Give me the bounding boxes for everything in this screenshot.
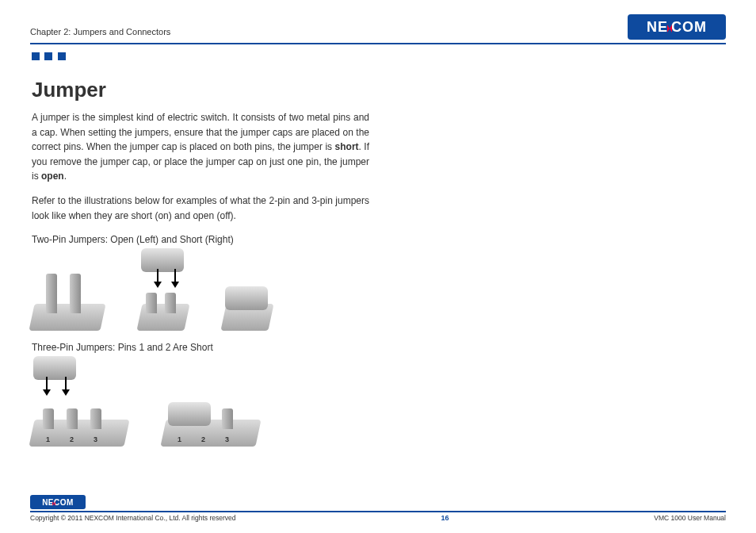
two-pin-illustration-row [32, 251, 369, 331]
jumper-pin-icon [67, 408, 78, 429]
nexcom-logo-top: NECOM [628, 14, 726, 40]
jumper-pin-icon [222, 408, 233, 429]
square-icon [44, 52, 52, 60]
pin-number-3: 3 [225, 435, 229, 443]
jumper-pin-icon [70, 274, 81, 313]
down-arrow-icon [171, 269, 179, 290]
jumper-pin-icon [46, 274, 57, 313]
pin-number-3: 3 [94, 435, 97, 443]
three-pin-cap-placing-illustration: 1 2 3 [32, 359, 135, 447]
chapter-title: Chapter 2: Jumpers and Connectors [30, 27, 170, 36]
page-footer: NECOM Copyright © 2011 NEXCOM Internatio… [30, 495, 726, 522]
jumper-pin-icon [90, 408, 101, 429]
manual-name: VMC 1000 User Manual [654, 514, 726, 522]
page-number: 16 [441, 514, 449, 522]
two-pin-open-illustration [32, 259, 108, 331]
pin-number-1: 1 [178, 435, 181, 443]
logo-text: NECOM [42, 498, 74, 507]
jumper-pin-icon [43, 408, 54, 429]
logo-text: NECOM [647, 19, 707, 36]
paragraph-2: Refer to the illustrations below for exa… [32, 194, 369, 223]
footer-row: Copyright © 2011 NEXCOM International Co… [30, 514, 726, 522]
two-pin-cap-placing-illustration [136, 251, 192, 331]
jumper-pin-icon [165, 293, 176, 313]
down-arrow-icon [43, 377, 51, 397]
down-arrow-icon [62, 377, 70, 397]
logo-x-icon [52, 501, 55, 506]
page: Chapter 2: Jumpers and Connectors NECOM … [0, 0, 756, 533]
illustration-caption-2: Three-Pin Jumpers: Pins 1 and 2 Are Shor… [32, 342, 369, 353]
two-pin-short-illustration [220, 275, 292, 331]
jumper-cap-icon [225, 286, 268, 310]
illustration-caption-1: Two-Pin Jumpers: Open (Left) and Short (… [32, 234, 369, 245]
content-column: Jumper A jumper is the simplest kind of … [30, 63, 371, 447]
jumper-pin-icon [146, 293, 157, 313]
decorative-squares [32, 49, 726, 63]
page-header: Chapter 2: Jumpers and Connectors NECOM [30, 14, 726, 40]
three-pin-short-illustration: 1 2 3 [163, 383, 266, 447]
down-arrow-icon [154, 269, 162, 290]
logo-x-icon [667, 25, 672, 33]
jumper-base-icon [136, 304, 189, 331]
section-title: Jumper [32, 78, 369, 102]
jumper-base-icon [29, 304, 105, 331]
jumper-cap-icon [168, 402, 211, 426]
three-pin-illustration-row: 1 2 3 1 2 3 [32, 359, 369, 447]
pin-number-1: 1 [46, 435, 50, 443]
header-rule [30, 43, 726, 44]
pin-number-2: 2 [70, 435, 74, 443]
copyright-text: Copyright © 2011 NEXCOM International Co… [30, 514, 236, 522]
square-icon [32, 52, 40, 60]
square-icon [58, 52, 66, 60]
nexcom-logo-bottom: NECOM [30, 495, 86, 509]
paragraph-1: A jumper is the simplest kind of electri… [32, 110, 369, 184]
pin-number-2: 2 [201, 435, 205, 443]
footer-rule [30, 511, 726, 512]
